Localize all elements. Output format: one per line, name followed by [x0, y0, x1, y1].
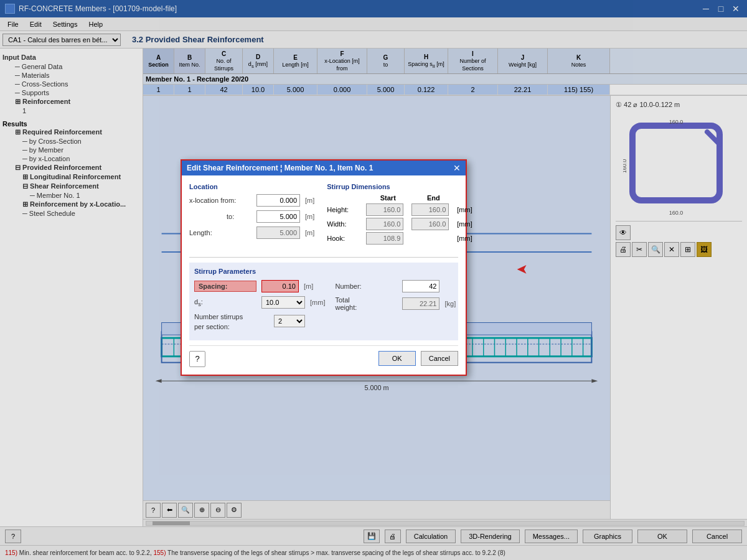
sidebar-item-cross-sections[interactable]: ─ Cross-Sections — [2, 80, 140, 88]
edit-shear-modal[interactable]: Edit Shear Reinforcement ¦ Member No. 1,… — [181, 159, 467, 376]
number-input[interactable] — [402, 280, 439, 292]
view-eye-btn[interactable]: 👁 — [616, 225, 631, 240]
sidebar-item-steel-schedule[interactable]: ─ Steel Schedule — [2, 209, 140, 218]
length-input[interactable] — [256, 226, 300, 239]
ok-footer-btn[interactable]: OK — [637, 530, 687, 543]
save-footer-btn[interactable]: 💾 — [364, 530, 380, 543]
rt-zoom-btn[interactable]: 🔍 — [648, 242, 663, 257]
menu-file[interactable]: File — [2, 19, 24, 29]
minimize-button[interactable]: ─ — [700, 2, 712, 15]
ds-label: ds: — [194, 298, 256, 307]
svg-text:160.0: 160.0 — [669, 119, 683, 125]
cell-notes: 115) 155) — [548, 85, 610, 95]
num-stirrups-select[interactable]: 2 — [274, 315, 305, 327]
svg-marker-44 — [156, 380, 162, 383]
sidebar-item-shear-reinf[interactable]: ⊟ Shear Reinforcement — [2, 182, 140, 191]
stirrup-params-area: Stirrup Parameters Spacing: [m] ds: 10.0 — [189, 263, 458, 340]
rt-print-btn[interactable]: 🖨 — [616, 242, 631, 257]
stirrup-canvas: 160.0 160.0 160.0 — [623, 116, 735, 216]
width-start-input[interactable] — [366, 218, 403, 230]
calculation-btn[interactable]: Calculation — [406, 530, 456, 543]
spacing-input[interactable] — [261, 280, 299, 292]
table-header: ASection BItem No. CNo. of Stirrups Dds … — [143, 49, 747, 74]
sidebar-item-by-member[interactable]: ─ by Member — [2, 146, 140, 154]
modal-top-section: Location x-location from: [m] to: [m] Le… — [189, 183, 458, 252]
svg-rect-48 — [632, 126, 720, 200]
toolbar: CA1 - Calcul des barres en bét... 3.2 Pr… — [0, 31, 747, 49]
sidebar-item-reinforcement[interactable]: ⊞ Reinforcement — [2, 97, 140, 106]
total-weight-input[interactable] — [402, 297, 439, 310]
sidebar-item-reinf-1[interactable]: 1 — [2, 106, 140, 115]
close-button[interactable]: ✕ — [730, 2, 742, 15]
modal-close-btn[interactable]: ✕ — [453, 163, 461, 173]
total-weight-unit: [kg] — [444, 300, 456, 307]
col-header-j: JWeight [kg] — [498, 49, 548, 73]
menu-edit[interactable]: Edit — [25, 19, 47, 29]
rendering-btn[interactable]: 3D-Rendering — [461, 530, 519, 543]
x-to-row: to: [m] — [189, 210, 314, 223]
sidebar-item-provided-reinf[interactable]: ⊟ Provided Reinforcement — [2, 163, 140, 172]
col-header-e: ELength [m] — [274, 49, 317, 73]
col-header-d: Dds [mm] — [243, 49, 274, 73]
length-label: Length: — [189, 229, 251, 236]
height-end-input[interactable] — [411, 203, 449, 216]
ds-select[interactable]: 10.0 — [261, 296, 305, 309]
svg-text:160.0: 160.0 — [623, 159, 627, 174]
right-toolbar-row-2: 🖨 ✂ 🔍 ✕ ⊞ 🖼 — [616, 242, 712, 257]
messages-btn[interactable]: Messages... — [525, 530, 578, 543]
sidebar-item-general-data[interactable]: ─ General Data — [2, 62, 140, 71]
sidebar-item-required-reinf[interactable]: ⊞ Required Reinforcement — [2, 128, 140, 137]
sidebar-item-long-reinf[interactable]: ⊞ Longitudinal Reinforcement — [2, 172, 140, 182]
menu-settings[interactable]: Settings — [48, 19, 83, 29]
spacing-label: Spacing: — [194, 281, 256, 292]
col-header-a: ASection — [143, 49, 174, 73]
modal-cancel-btn[interactable]: Cancel — [421, 351, 458, 366]
table-row[interactable]: 1 1 42 10.0 5.000 0.000 5.000 0.122 2 22… — [143, 85, 747, 95]
help-tool-btn[interactable]: ? — [146, 503, 161, 518]
height-start-input[interactable] — [366, 203, 403, 216]
x-from-input[interactable] — [256, 194, 300, 207]
sidebar-item-by-x-location[interactable]: ─ by x-Location — [2, 154, 140, 163]
rt-img-btn[interactable]: 🖼 — [697, 242, 712, 257]
zoom-btn[interactable]: 🔍 — [178, 503, 193, 518]
modal-title-bar: Edit Shear Reinforcement ¦ Member No. 1,… — [182, 161, 466, 175]
menu-help[interactable]: Help — [83, 19, 108, 29]
rt-scissors-btn[interactable]: ✂ — [632, 242, 647, 257]
print-footer-btn[interactable]: 🖨 — [385, 530, 401, 543]
status-text-1: Min. shear reinforcement for beam acc. t… — [19, 549, 154, 556]
modal-help-btn[interactable]: ? — [189, 351, 205, 367]
case-selector[interactable]: CA1 - Calcul des barres en bét... — [2, 34, 121, 46]
x-to-input[interactable] — [256, 210, 300, 223]
sidebar-item-reinf-x-loc[interactable]: ⊞ Reinforcement by x-Locatio... — [2, 200, 140, 209]
svg-text:160.0: 160.0 — [669, 210, 683, 216]
zoom-out-btn[interactable]: ⊖ — [210, 503, 225, 518]
cell-section: 1 — [143, 85, 174, 95]
width-end-input[interactable] — [411, 218, 449, 230]
graphics-btn[interactable]: Graphics — [583, 530, 632, 543]
svg-text:5.000 m: 5.000 m — [364, 384, 388, 391]
scroll-track[interactable] — [146, 521, 745, 526]
stirrup-label: ① 42 ⌀ 10.0-0.122 m — [616, 101, 680, 109]
stirrup-dims-title: Stirrup Dimensions — [327, 183, 482, 190]
maximize-button[interactable]: □ — [715, 2, 727, 15]
settings-tool-btn[interactable]: ⚙ — [227, 503, 242, 518]
cell-length: 5.000 — [274, 85, 317, 95]
zoom-in-btn[interactable]: ⊕ — [194, 503, 209, 518]
modal-ok-btn[interactable]: OK — [378, 351, 416, 366]
cell-spacing: 0.122 — [405, 85, 448, 95]
sidebar-item-materials[interactable]: ─ Materials — [2, 71, 140, 80]
rt-fit-btn[interactable]: ⊞ — [680, 242, 695, 257]
width-label: Width: — [327, 220, 364, 228]
help-footer-btn[interactable]: ? — [5, 530, 21, 543]
sidebar-item-member-1[interactable]: ─ Member No. 1 — [2, 191, 140, 200]
sidebar-item-by-cross-section[interactable]: ─ by Cross-Section — [2, 137, 140, 146]
cancel-footer-btn[interactable]: Cancel — [692, 530, 742, 543]
stirrup-svg: 160.0 160.0 160.0 — [623, 116, 735, 216]
sidebar-item-supports[interactable]: ─ Supports — [2, 88, 140, 97]
rt-x-btn[interactable]: ✕ — [664, 242, 679, 257]
status-text-2: The transverse spacing of the legs of sh… — [167, 549, 505, 556]
spacing-unit: [m] — [304, 282, 313, 290]
hook-input[interactable] — [366, 232, 403, 245]
navigate-btn[interactable]: ⬅ — [162, 503, 177, 518]
modal-buttons: ? OK Cancel — [189, 345, 458, 367]
